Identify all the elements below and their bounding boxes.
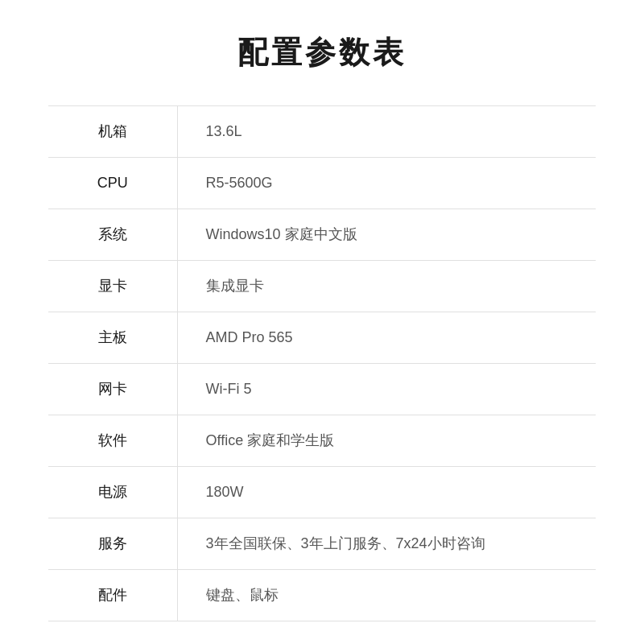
table-row: CPUR5-5600G xyxy=(48,158,596,209)
table-row: 电源180W xyxy=(48,467,596,518)
table-row: 主板AMD Pro 565 xyxy=(48,312,596,364)
row-label: 服务 xyxy=(48,518,177,570)
row-value: 3年全国联保、3年上门服务、7x24小时咨询 xyxy=(177,518,596,570)
row-label: CPU xyxy=(48,158,177,209)
row-label: 系统 xyxy=(48,209,177,261)
table-row: 系统Windows10 家庭中文版 xyxy=(48,209,596,261)
table-row: 机箱13.6L xyxy=(48,106,596,158)
row-label: 配件 xyxy=(48,570,177,621)
row-label: 电源 xyxy=(48,467,177,518)
row-value: Office 家庭和学生版 xyxy=(177,415,596,467)
row-value: 集成显卡 xyxy=(177,261,596,312)
row-label: 主板 xyxy=(48,312,177,364)
row-label: 显卡 xyxy=(48,261,177,312)
table-row: 软件Office 家庭和学生版 xyxy=(48,415,596,467)
row-label: 软件 xyxy=(48,415,177,467)
row-value: Wi-Fi 5 xyxy=(177,364,596,415)
row-value: AMD Pro 565 xyxy=(177,312,596,364)
row-label: 网卡 xyxy=(48,364,177,415)
table-row: 服务3年全国联保、3年上门服务、7x24小时咨询 xyxy=(48,518,596,570)
row-value: 180W xyxy=(177,467,596,518)
row-value: 键盘、鼠标 xyxy=(177,570,596,621)
row-value: 13.6L xyxy=(177,106,596,158)
table-row: 配件键盘、鼠标 xyxy=(48,570,596,621)
table-row: 显卡集成显卡 xyxy=(48,261,596,312)
row-value: Windows10 家庭中文版 xyxy=(177,209,596,261)
row-value: R5-5600G xyxy=(177,158,596,209)
row-label: 机箱 xyxy=(48,106,177,158)
table-row: 网卡Wi-Fi 5 xyxy=(48,364,596,415)
spec-table: 机箱13.6LCPUR5-5600G系统Windows10 家庭中文版显卡集成显… xyxy=(48,105,596,621)
page-title: 配置参数表 xyxy=(237,32,407,73)
